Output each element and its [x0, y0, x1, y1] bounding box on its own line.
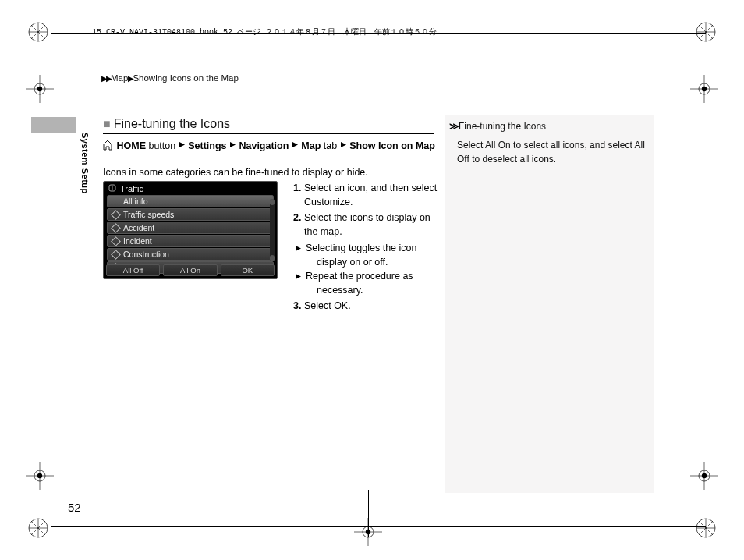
arrow-right-icon	[292, 140, 299, 151]
arrow-right-icon	[179, 140, 186, 151]
svg-point-21	[37, 473, 42, 478]
crop-mark-icon	[28, 518, 48, 538]
traffic-icon	[108, 184, 116, 193]
intro-text: Icons in some categories can be fine-tun…	[103, 167, 438, 178]
list-item: Incident	[107, 235, 274, 247]
crop-mark-icon	[28, 22, 48, 42]
crop-mark-icon	[696, 518, 716, 538]
crop-mark-icon	[696, 22, 716, 42]
scrollbar	[270, 199, 275, 261]
chevron-right-icon: ≫	[449, 121, 457, 132]
register-target-icon	[26, 75, 54, 103]
screen-preview: Traffic All info Traffic speeds Accident…	[103, 181, 278, 279]
arrow-right-icon	[229, 140, 236, 151]
section-tab	[31, 117, 76, 133]
section-label: System Setup	[80, 133, 90, 194]
svg-point-13	[37, 87, 42, 91]
nav-path: HOME button Settings Navigation Map tab …	[103, 140, 438, 153]
arrow-right-icon	[340, 140, 347, 151]
list-item: Construction	[107, 248, 274, 261]
all-on-button: All On	[163, 264, 217, 276]
sidebar-note: ≫Fine-tuning the Icons Select All On to …	[449, 119, 652, 166]
breadcrumb-b: Showing Icons on the Map	[133, 73, 239, 83]
list-item: All info	[107, 195, 274, 207]
register-target-icon	[690, 75, 718, 103]
list-item: Traffic speeds	[107, 208, 274, 221]
breadcrumb: ▶▶Map▶Showing Icons on the Map	[101, 73, 239, 83]
sidebar-background	[445, 115, 654, 493]
all-off-button: All Off	[106, 264, 160, 276]
file-stamp: 15 CR-V NAVI-31T0A8100.book 52 ページ ２０１４年…	[92, 27, 437, 37]
page-number: 52	[68, 501, 81, 514]
register-target-icon	[26, 462, 54, 490]
home-icon	[103, 140, 112, 153]
ok-button: OK	[221, 264, 275, 276]
page-heading: ■Fine-tuning the Icons	[103, 117, 434, 134]
steps: 1. Select an icon, and then select Custo…	[282, 181, 438, 314]
register-target-icon	[690, 462, 718, 490]
preview-title: Traffic	[120, 184, 143, 193]
breadcrumb-a: Map	[111, 73, 128, 83]
list-item: Accident	[107, 222, 274, 234]
svg-point-25	[702, 473, 707, 478]
svg-point-17	[702, 87, 707, 91]
